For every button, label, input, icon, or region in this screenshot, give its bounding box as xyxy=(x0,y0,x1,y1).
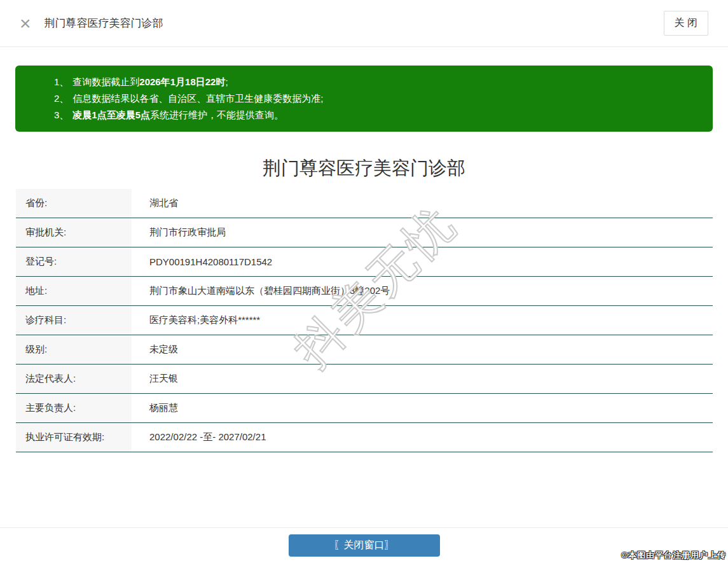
close-x-icon[interactable]: × xyxy=(20,14,31,33)
table-row: 法定代表人:汪天银 xyxy=(16,365,713,394)
row-value: 2022/02/22 -至- 2027/02/21 xyxy=(132,423,266,452)
row-label: 省份: xyxy=(16,189,132,218)
row-label: 审批机关: xyxy=(16,218,132,247)
notice-line: 1、查询数据截止到2026年1月18日22时; xyxy=(54,74,700,90)
close-button[interactable]: 关 闭 xyxy=(664,11,708,36)
row-label: 登记号: xyxy=(16,247,132,276)
notice-line: 2、信息数据结果以各省、自治区、直辖市卫生健康委数据为准; xyxy=(54,90,700,107)
row-value: 湖北省 xyxy=(132,189,178,218)
row-value: 医疗美容科;美容外科****** xyxy=(132,306,260,335)
topbar: × 荆门尊容医疗美容门诊部 关 闭 xyxy=(0,0,728,47)
table-row: 审批机关:荆门市行政审批局 xyxy=(16,218,713,247)
table-row: 主要负责人:杨丽慧 xyxy=(16,394,713,423)
window-title: 荆门尊容医疗美容门诊部 xyxy=(45,16,163,31)
row-value: 汪天银 xyxy=(132,365,178,393)
table-row: 登记号:PDY00191H42080117D1542 xyxy=(16,247,713,277)
row-label: 执业许可证有效期: xyxy=(16,423,132,452)
row-value: 荆门市象山大道南端以东（碧桂园四期商业街）3幢202号 xyxy=(132,277,390,305)
row-label: 法定代表人: xyxy=(16,365,132,393)
table-row: 省份:湖北省 xyxy=(16,189,713,218)
detail-table: 省份:湖北省审批机关:荆门市行政审批局登记号:PDY00191H42080117… xyxy=(16,189,713,452)
table-row: 诊疗科目:医疗美容科;美容外科****** xyxy=(16,306,713,335)
footer-bar: 〖关闭窗口〗 xyxy=(0,527,728,563)
row-value: 荆门市行政审批局 xyxy=(132,218,226,247)
row-label: 地址: xyxy=(16,277,132,305)
clinic-name-title: 荆门尊容医疗美容门诊部 xyxy=(0,155,728,181)
notice-line: 3、凌晨1点至凌晨5点系统进行维护，不能提供查询。 xyxy=(54,107,700,123)
table-row: 执业许可证有效期:2022/02/22 -至- 2027/02/21 xyxy=(16,423,713,452)
row-value: PDY00191H42080117D1542 xyxy=(132,247,272,276)
row-value: 未定级 xyxy=(132,335,178,364)
notice-banner: 1、查询数据截止到2026年1月18日22时;2、信息数据结果以各省、自治区、直… xyxy=(15,66,713,132)
table-row: 地址:荆门市象山大道南端以东（碧桂园四期商业街）3幢202号 xyxy=(16,277,713,306)
row-label: 级别: xyxy=(16,335,132,364)
row-label: 诊疗科目: xyxy=(16,306,132,335)
copyright-watermark: ©本图由平台注册用户上传 xyxy=(621,550,726,561)
row-value: 杨丽慧 xyxy=(132,394,178,422)
row-label: 主要负责人: xyxy=(16,394,132,422)
table-row: 级别:未定级 xyxy=(16,335,713,365)
close-window-button[interactable]: 〖关闭窗口〗 xyxy=(289,534,440,557)
